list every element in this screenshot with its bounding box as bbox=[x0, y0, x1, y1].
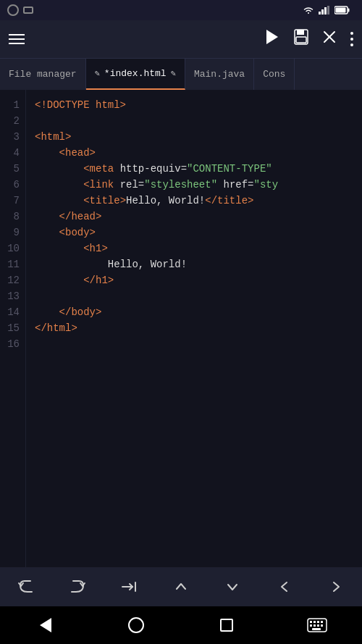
save-button[interactable] bbox=[294, 29, 308, 50]
svg-rect-24 bbox=[312, 628, 321, 630]
right-button[interactable] bbox=[320, 571, 352, 603]
status-bar-right bbox=[303, 6, 355, 14]
line-number: 10 bbox=[7, 241, 20, 256]
line-number: 3 bbox=[14, 129, 20, 145]
line-number: 8 bbox=[14, 209, 20, 225]
tab-file-manager[interactable]: File manager bbox=[0, 59, 86, 90]
toolbar-left bbox=[9, 34, 25, 44]
play-button[interactable] bbox=[265, 29, 279, 50]
line-number: 6 bbox=[14, 177, 20, 193]
code-line: </h1> bbox=[35, 272, 353, 288]
line-number: 9 bbox=[14, 225, 20, 241]
system-nav-bar bbox=[0, 606, 362, 644]
back-button[interactable] bbox=[30, 609, 62, 641]
line-numbers: 12345678910111213141516 bbox=[0, 90, 26, 567]
line-number: 11 bbox=[7, 256, 20, 272]
undo-button[interactable] bbox=[10, 571, 42, 603]
svg-rect-5 bbox=[348, 9, 350, 12]
recents-button[interactable] bbox=[211, 609, 243, 641]
tab-button[interactable] bbox=[114, 571, 146, 603]
home-button[interactable] bbox=[120, 609, 152, 641]
svg-rect-6 bbox=[336, 8, 346, 13]
tab-main-java-label: Main.java bbox=[194, 69, 245, 80]
svg-rect-20 bbox=[310, 624, 312, 627]
code-line: <head> bbox=[35, 145, 353, 161]
wifi-icon bbox=[303, 6, 314, 14]
line-number: 15 bbox=[7, 320, 20, 336]
code-line bbox=[35, 288, 353, 304]
line-number: 16 bbox=[7, 336, 20, 352]
code-editor[interactable]: 12345678910111213141516 <!DOCTYPE html> … bbox=[0, 90, 362, 567]
signal-bars-icon bbox=[319, 6, 330, 14]
more-button[interactable] bbox=[350, 32, 353, 46]
battery-icon bbox=[334, 6, 350, 14]
svg-rect-22 bbox=[317, 624, 319, 627]
svg-rect-10 bbox=[296, 37, 306, 43]
code-line: Hello, World! bbox=[35, 256, 353, 272]
tab-cons-label: Cons bbox=[263, 69, 285, 80]
svg-rect-19 bbox=[321, 621, 323, 623]
tab-file-manager-label: File manager bbox=[9, 69, 77, 80]
bottom-toolbar bbox=[0, 567, 362, 606]
tab-main-java[interactable]: Main.java bbox=[185, 59, 254, 90]
code-line bbox=[35, 336, 353, 352]
tabs-bar: File manager ✎ *index.html ✎ Main.java C… bbox=[0, 58, 362, 90]
status-bar-left bbox=[7, 4, 33, 16]
menu-button[interactable] bbox=[9, 34, 25, 44]
code-line: <html> bbox=[35, 129, 353, 145]
svg-rect-0 bbox=[319, 12, 321, 14]
line-number: 13 bbox=[7, 288, 20, 304]
tab-cons[interactable]: Cons bbox=[254, 59, 295, 90]
line-number: 2 bbox=[14, 113, 20, 129]
code-content[interactable]: <!DOCTYPE html> <html> <head> <meta http… bbox=[26, 90, 362, 567]
line-number: 12 bbox=[7, 272, 20, 288]
line-number: 7 bbox=[14, 193, 20, 209]
svg-rect-16 bbox=[310, 621, 312, 623]
main-toolbar bbox=[0, 20, 362, 58]
keyboard-button[interactable] bbox=[301, 609, 333, 641]
svg-rect-21 bbox=[313, 624, 316, 627]
edit-icon-right: ✎ bbox=[171, 68, 176, 79]
code-line: <link rel="stylesheet" href="sty bbox=[35, 177, 353, 193]
code-line bbox=[35, 113, 353, 129]
code-line: <!DOCTYPE html> bbox=[35, 97, 353, 113]
svg-rect-9 bbox=[297, 30, 304, 35]
svg-rect-3 bbox=[327, 6, 329, 14]
down-button[interactable] bbox=[216, 571, 248, 603]
signal-icon bbox=[7, 4, 19, 16]
svg-rect-17 bbox=[313, 621, 316, 623]
code-line: <h1> bbox=[35, 241, 353, 256]
svg-rect-2 bbox=[324, 7, 327, 14]
code-line: </head> bbox=[35, 209, 353, 225]
up-button[interactable] bbox=[165, 571, 197, 603]
status-bar bbox=[0, 0, 362, 20]
code-line: </body> bbox=[35, 304, 353, 320]
tab-index-html[interactable]: ✎ *index.html ✎ bbox=[86, 59, 185, 90]
svg-rect-18 bbox=[317, 621, 319, 623]
left-button[interactable] bbox=[269, 571, 300, 603]
code-line: <title>Hello, World!</title> bbox=[35, 193, 353, 209]
svg-rect-1 bbox=[321, 9, 324, 14]
edit-icon-left: ✎ bbox=[95, 68, 100, 79]
line-number: 1 bbox=[14, 97, 20, 113]
line-number: 4 bbox=[14, 145, 20, 161]
code-line: <meta http-equiv="CONTENT-TYPE" bbox=[35, 161, 353, 177]
redo-button[interactable] bbox=[62, 571, 93, 603]
line-number: 5 bbox=[14, 161, 20, 177]
close-button[interactable] bbox=[323, 30, 336, 49]
code-line: <body> bbox=[35, 225, 353, 241]
svg-rect-23 bbox=[321, 624, 323, 627]
tab-index-html-label: *index.html bbox=[104, 68, 167, 79]
battery-icon-small bbox=[23, 7, 33, 14]
toolbar-right bbox=[265, 29, 353, 50]
line-number: 14 bbox=[7, 304, 20, 320]
code-line: </html> bbox=[35, 320, 353, 336]
svg-marker-7 bbox=[266, 30, 278, 44]
